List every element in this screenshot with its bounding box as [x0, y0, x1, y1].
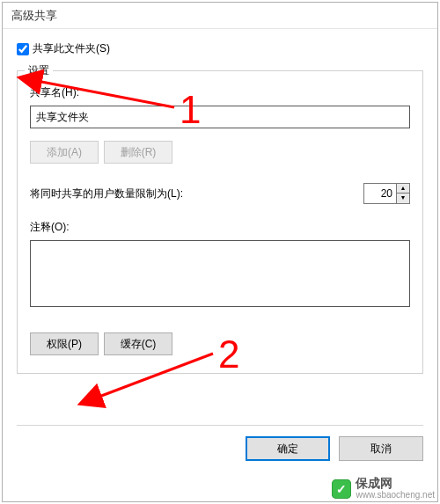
cancel-button[interactable]: 取消	[339, 436, 423, 461]
permissions-button[interactable]: 权限(P)	[30, 332, 99, 355]
add-button: 添加(A)	[30, 141, 99, 164]
share-folder-label: 共享此文件夹(S)	[33, 41, 110, 56]
spinner-up-icon[interactable]: ▲	[397, 184, 409, 194]
watermark-check-icon: ✓	[332, 479, 351, 499]
watermark-url: www.sbaocheng.net	[356, 489, 435, 500]
remove-button: 删除(R)	[104, 141, 172, 164]
watermark-title: 保成网	[356, 478, 435, 489]
ok-button[interactable]: 确定	[246, 436, 330, 461]
advanced-sharing-dialog: 高级共享 共享此文件夹(S) 设置 共享名(H): 添加(A) 删除(R) 将同…	[2, 2, 438, 502]
share-folder-checkbox[interactable]	[17, 43, 29, 55]
comment-input[interactable]	[30, 240, 410, 307]
user-limit-label: 将同时共享的用户数量限制为(L):	[30, 186, 183, 201]
settings-legend: 设置	[25, 63, 53, 78]
share-name-input[interactable]	[30, 106, 410, 128]
settings-group: 设置 共享名(H): 添加(A) 删除(R) 将同时共享的用户数量限制为(L):…	[17, 70, 423, 374]
cache-button[interactable]: 缓存(C)	[104, 332, 172, 355]
comment-label: 注释(O):	[30, 220, 410, 235]
share-folder-checkbox-row[interactable]: 共享此文件夹(S)	[17, 41, 423, 56]
user-limit-input[interactable]	[364, 184, 396, 203]
title-bar: 高级共享	[3, 3, 437, 29]
user-limit-spinner[interactable]: ▲ ▼	[363, 183, 410, 204]
separator	[17, 425, 423, 426]
watermark: ✓ 保成网 www.sbaocheng.net	[332, 478, 435, 500]
spinner-down-icon[interactable]: ▼	[397, 194, 409, 203]
window-title: 高级共享	[11, 9, 57, 22]
share-name-label: 共享名(H):	[30, 85, 410, 100]
